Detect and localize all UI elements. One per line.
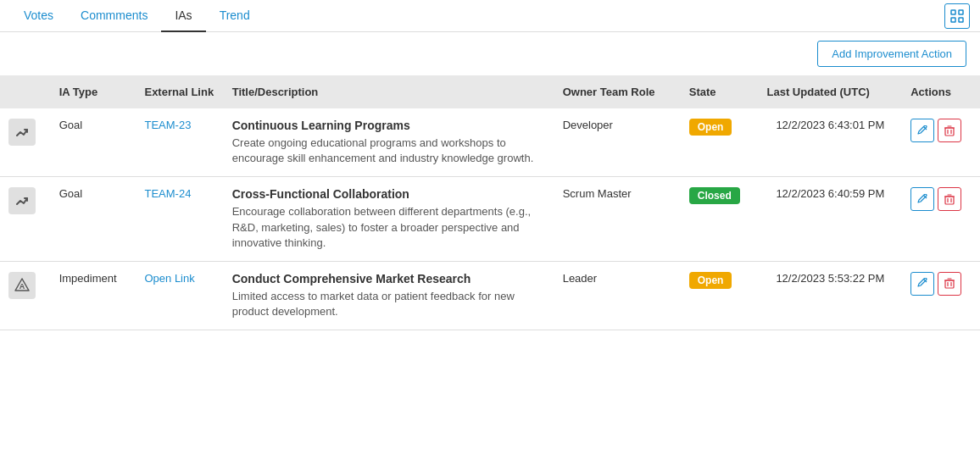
- delete-button[interactable]: [938, 119, 961, 142]
- row-description: Encourage collaboration between differen…: [232, 204, 546, 251]
- timestamp: 12/2/2023 6:40:59 PM: [767, 187, 894, 200]
- row-external-link[interactable]: TEAM-24: [136, 177, 223, 262]
- external-link-anchor[interactable]: TEAM-23: [144, 119, 191, 131]
- row-icon-cell: [0, 177, 51, 262]
- row-owner: Leader: [554, 261, 681, 330]
- row-description: Create ongoing educational programs and …: [232, 136, 546, 166]
- edit-button[interactable]: [910, 187, 934, 211]
- row-title-description: Continuous Learning Programs Create ongo…: [224, 108, 554, 177]
- row-title-description: Cross-Functional Collaboration Encourage…: [224, 177, 554, 262]
- impediment-icon: A: [8, 272, 36, 299]
- header-actions: Actions: [902, 75, 980, 108]
- row-external-link[interactable]: TEAM-23: [136, 108, 223, 177]
- external-link-anchor[interactable]: Open Link: [144, 272, 194, 285]
- delete-button[interactable]: [938, 187, 961, 211]
- action-buttons: [910, 272, 972, 296]
- table-header-row: IA Type External Link Title/Description …: [0, 75, 980, 108]
- row-title-description: Conduct Comprehensive Market Research Li…: [224, 261, 554, 330]
- header-owner-team-role: Owner Team Role: [554, 75, 681, 108]
- row-ia-type: Goal: [51, 177, 136, 262]
- header-title-description: Title/Description: [224, 75, 554, 108]
- row-actions: [902, 177, 980, 262]
- svg-rect-1: [959, 10, 963, 14]
- edit-button[interactable]: [910, 119, 934, 142]
- table-row: GoalTEAM-23Continuous Learning Programs …: [0, 108, 980, 177]
- status-badge: Open: [689, 272, 732, 289]
- add-improvement-action-button[interactable]: Add Improvement Action: [817, 41, 966, 67]
- edit-button[interactable]: [910, 272, 934, 296]
- goal-icon: [8, 187, 36, 214]
- tab-trend[interactable]: Trend: [206, 0, 264, 32]
- row-state: Closed: [681, 177, 759, 262]
- row-icon-cell: A: [0, 261, 51, 330]
- status-badge: Closed: [689, 187, 740, 204]
- row-icon-cell: [0, 108, 51, 177]
- row-title: Continuous Learning Programs: [232, 119, 546, 132]
- row-last-updated: 12/2/2023 5:53:22 PM: [759, 261, 903, 330]
- svg-text:A: A: [19, 282, 25, 291]
- expand-icon[interactable]: [944, 3, 970, 29]
- svg-rect-0: [951, 10, 955, 14]
- row-owner: Scrum Master: [554, 177, 681, 262]
- table-row: GoalTEAM-24Cross-Functional Collaboratio…: [0, 177, 980, 262]
- tab-votes[interactable]: Votes: [10, 0, 67, 32]
- header-last-updated: Last Updated (UTC): [759, 75, 903, 108]
- tab-ias[interactable]: IAs: [161, 0, 205, 32]
- timestamp: 12/2/2023 6:43:01 PM: [767, 119, 894, 131]
- row-title: Cross-Functional Collaboration: [232, 187, 546, 201]
- row-description: Limited access to market data or patient…: [232, 289, 546, 319]
- row-state: Open: [681, 261, 759, 330]
- external-link-anchor[interactable]: TEAM-24: [144, 187, 191, 200]
- row-state: Open: [681, 108, 759, 177]
- row-last-updated: 12/2/2023 6:43:01 PM: [759, 108, 903, 177]
- row-external-link[interactable]: Open Link: [136, 261, 223, 330]
- table-row: A ImpedimentOpen LinkConduct Comprehensi…: [0, 261, 980, 330]
- svg-rect-11: [945, 197, 954, 204]
- row-ia-type: Impediment: [51, 261, 136, 330]
- ia-table: IA Type External Link Title/Description …: [0, 75, 980, 330]
- tab-comments[interactable]: Commments: [67, 0, 161, 32]
- tabs-bar: Votes Commments IAs Trend: [0, 0, 980, 32]
- row-last-updated: 12/2/2023 6:40:59 PM: [759, 177, 903, 262]
- status-badge: Open: [689, 119, 732, 136]
- svg-rect-19: [945, 280, 954, 288]
- goal-icon: [8, 119, 36, 146]
- delete-button[interactable]: [938, 272, 961, 296]
- action-bar: Add Improvement Action: [0, 32, 980, 75]
- header-state: State: [681, 75, 759, 108]
- row-actions: [902, 261, 980, 330]
- action-buttons: [910, 187, 972, 211]
- row-owner: Developer: [554, 108, 681, 177]
- header-icon-col: [0, 75, 51, 108]
- header-ia-type: IA Type: [51, 75, 136, 108]
- row-actions: [902, 108, 980, 177]
- svg-rect-5: [945, 128, 954, 136]
- row-title: Conduct Comprehensive Market Research: [232, 272, 546, 285]
- svg-rect-2: [951, 18, 955, 22]
- row-ia-type: Goal: [51, 108, 136, 177]
- svg-rect-3: [959, 18, 963, 22]
- header-external-link: External Link: [136, 75, 223, 108]
- timestamp: 12/2/2023 5:53:22 PM: [767, 272, 894, 285]
- action-buttons: [910, 119, 972, 142]
